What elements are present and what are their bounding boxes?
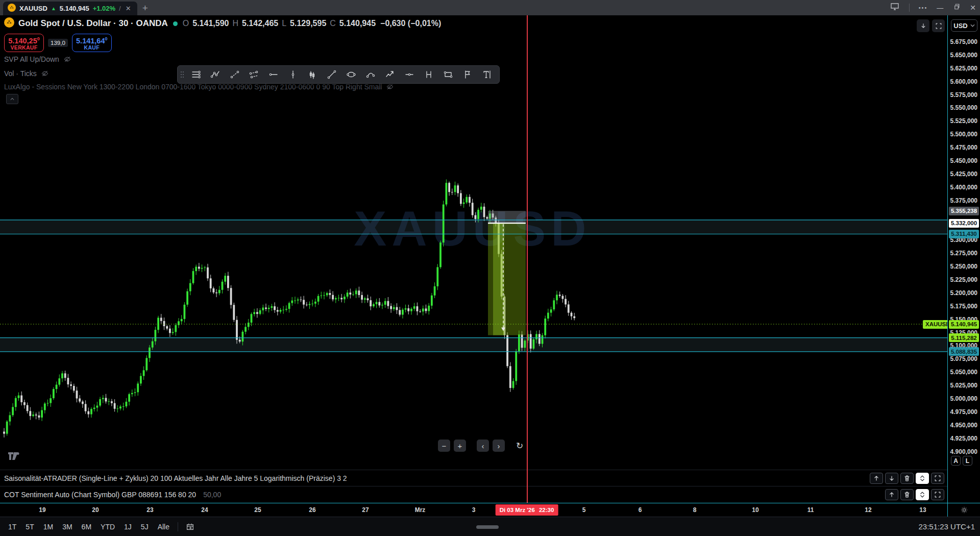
- legend-label[interactable]: LuxAlgo - Sessions New York 1300-2200 Lo…: [4, 83, 382, 91]
- price-tick: 5.250,000: [950, 263, 977, 270]
- gold-coin-icon: [4, 17, 14, 30]
- parallel-lines-tool[interactable]: [187, 67, 205, 82]
- ohlc-value: 5.141,590: [192, 19, 229, 28]
- maximize-pane-button[interactable]: [931, 489, 944, 500]
- text-tool[interactable]: [478, 67, 496, 82]
- dotted-channel-tool[interactable]: [245, 67, 263, 82]
- symbol-title[interactable]: Gold Spot / U.S. Dollar · 30 · OANDA: [18, 18, 168, 29]
- range-button-alle[interactable]: Alle: [154, 521, 174, 533]
- zoom-out-button[interactable]: −: [438, 440, 450, 452]
- gear-icon[interactable]: [960, 506, 968, 514]
- buy-label: KAUF: [84, 44, 100, 51]
- price-scale[interactable]: USD 5.675,0005.650,0005.625,0005.600,000…: [947, 15, 980, 503]
- wave-arrow-tool-icon: [385, 69, 395, 80]
- ellipse-tool-icon: [346, 69, 356, 80]
- polyline-tool[interactable]: [206, 67, 225, 82]
- time-tick: 13: [919, 506, 926, 514]
- vertical-line-tool[interactable]: [284, 67, 302, 82]
- scroll-right-button[interactable]: ›: [493, 440, 505, 452]
- go-to-date-button[interactable]: [182, 521, 198, 533]
- new-tab-button[interactable]: +: [142, 3, 148, 14]
- rectangle-tool[interactable]: [439, 67, 457, 82]
- range-button-5j[interactable]: 5J: [137, 521, 153, 533]
- trash-icon: [903, 474, 911, 482]
- curve-tool[interactable]: [361, 67, 380, 82]
- sell-price: 5.140,25: [8, 36, 37, 44]
- buy-button[interactable]: 5.141,640 KAUF: [72, 34, 112, 52]
- time-tick: 26: [309, 506, 315, 514]
- range-button-6m[interactable]: 6M: [78, 521, 95, 533]
- scroll-to-latest-button[interactable]: [917, 19, 929, 32]
- wave-arrow-tool[interactable]: [381, 67, 399, 82]
- ellipse-tool[interactable]: [342, 67, 360, 82]
- price-tick: 5.425,000: [950, 170, 977, 178]
- close-window-button[interactable]: ✕: [970, 4, 976, 12]
- collapse-legend-button[interactable]: [6, 94, 18, 104]
- sell-button[interactable]: 5.140,250 VERKAUF: [4, 34, 44, 52]
- buy-price-sup: 0: [105, 36, 108, 41]
- zoom-in-button[interactable]: +: [454, 440, 466, 452]
- more-menu-icon[interactable]: •••: [919, 5, 928, 11]
- scroll-left-button[interactable]: ‹: [477, 440, 489, 452]
- pane-title[interactable]: COT Sentiment Auto (Chart Symbol) GBP 08…: [4, 491, 196, 499]
- price-tick: 4.925,000: [950, 435, 977, 442]
- price-tick: 5.525,000: [950, 117, 977, 125]
- horizontal-scrollbar[interactable]: [476, 525, 499, 529]
- drag-handle-icon[interactable]: [179, 67, 186, 82]
- delete-pane-button[interactable]: [900, 473, 914, 484]
- fullscreen-button[interactable]: [932, 19, 945, 32]
- pane-value: 50,00: [203, 491, 221, 499]
- price-tick: 5.200,000: [950, 289, 977, 297]
- legend-label[interactable]: SVP All Up/Down: [4, 55, 59, 63]
- visibility-off-icon[interactable]: [63, 55, 71, 63]
- tab-change: +1.02%: [93, 5, 115, 12]
- ray-tool[interactable]: [400, 67, 419, 82]
- tab-symbol: XAUUSD: [19, 5, 47, 12]
- visibility-off-icon[interactable]: [41, 69, 49, 78]
- price-tick: 5.000,000: [950, 395, 977, 402]
- flag-tool[interactable]: [458, 67, 477, 82]
- tradingview-window: XAUUSD ▲ 5.140,945 +1.02% / ✕ + ••• — ✕ …: [0, 0, 980, 536]
- chart-tab[interactable]: XAUUSD ▲ 5.140,945 +1.02% / ✕: [3, 2, 137, 15]
- tab-close-icon[interactable]: ✕: [125, 5, 132, 12]
- rectangle-tool-icon: [443, 69, 453, 80]
- visibility-off-icon[interactable]: [386, 83, 394, 91]
- log-scale-button[interactable]: L: [963, 456, 972, 466]
- range-button-1t[interactable]: 1T: [4, 521, 20, 533]
- move-pane-down-button[interactable]: [885, 473, 898, 484]
- range-button-5t[interactable]: 5T: [21, 521, 38, 533]
- market-status-dot[interactable]: [173, 21, 178, 26]
- maximize-pane-button[interactable]: [931, 473, 944, 484]
- range-button-1m[interactable]: 1M: [39, 521, 57, 533]
- dotted-trend-tool[interactable]: [226, 67, 244, 82]
- move-pane-up-button[interactable]: [870, 473, 883, 484]
- clock: 23:51:23 UTC+1: [919, 522, 975, 531]
- horizontal-ray-tool[interactable]: [264, 67, 283, 82]
- reset-view-button[interactable]: ↻: [513, 440, 526, 452]
- ohlc-key: C: [330, 19, 336, 28]
- minimize-button[interactable]: —: [937, 4, 943, 12]
- price-tick: 5.550,000: [950, 104, 977, 111]
- range-button-ytd[interactable]: YTD: [96, 521, 119, 533]
- currency-selector[interactable]: USD: [951, 19, 977, 32]
- price-tick: 5.275,000: [950, 250, 977, 257]
- time-axis[interactable]: Di 03 Mrz '26 22:30 19202324252627Mrz356…: [0, 503, 947, 517]
- sell-price-sup: 0: [37, 36, 40, 41]
- time-tick: 5: [582, 506, 586, 514]
- pane-title[interactable]: Saisonalität-ATRADER (Single-Line + Zykl…: [4, 474, 347, 482]
- pane-buttons: [870, 473, 944, 484]
- trend-line-tool[interactable]: [323, 67, 341, 82]
- auto-scale-button[interactable]: A: [951, 456, 961, 466]
- time-cursor-label: Di 03 Mrz '26 22:30: [496, 504, 558, 516]
- price-range-tool[interactable]: [420, 67, 438, 82]
- delete-pane-button[interactable]: [900, 489, 914, 500]
- range-button-1j[interactable]: 1J: [120, 521, 136, 533]
- range-button-3m[interactable]: 3M: [58, 521, 76, 533]
- legend-label[interactable]: Vol · Ticks: [4, 69, 37, 78]
- collapse-pane-button[interactable]: [916, 489, 929, 500]
- restore-button[interactable]: [952, 3, 961, 13]
- bars-pattern-tool[interactable]: [303, 67, 322, 82]
- collapse-pane-button[interactable]: [916, 473, 929, 484]
- monitor-icon[interactable]: [890, 2, 900, 14]
- move-pane-up-button[interactable]: [885, 489, 898, 500]
